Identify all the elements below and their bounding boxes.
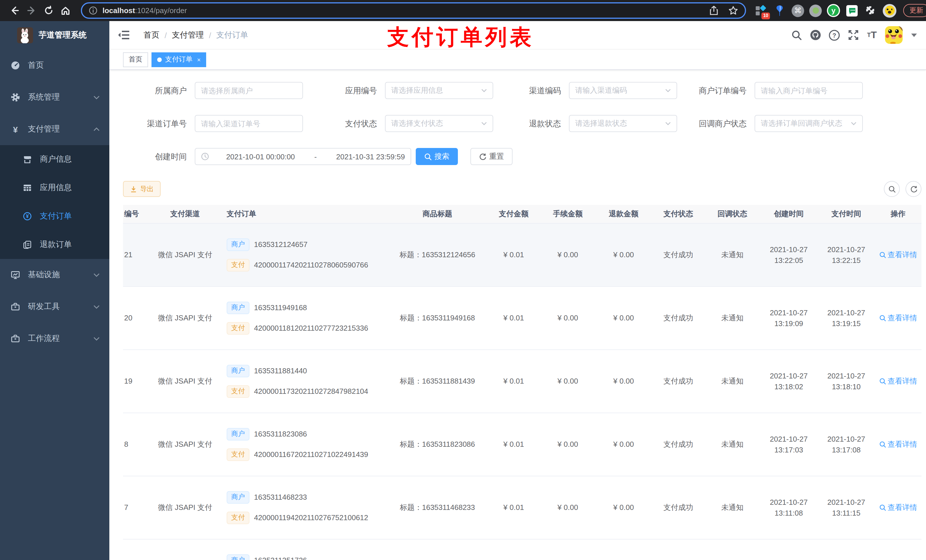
fullscreen-icon[interactable]: [847, 29, 859, 41]
cell-status: 支付成功: [652, 413, 705, 476]
tab-active-dot: [157, 57, 162, 62]
tab-close-icon[interactable]: ×: [197, 56, 201, 63]
view-detail-link[interactable]: 查看详情: [879, 376, 917, 386]
pay-order-no: 4200001167202110271022491439: [254, 450, 368, 459]
cell-notify: 未通知: [705, 476, 760, 539]
cell-no: 8: [123, 413, 148, 476]
sidebar-item-infrastructure[interactable]: 基础设施: [0, 259, 109, 291]
filter-label: 应用编号: [336, 82, 377, 99]
show-search-circle-button[interactable]: [884, 181, 900, 197]
channel-order-no-input[interactable]: [195, 115, 303, 132]
extension-record-icon[interactable]: [809, 4, 822, 17]
cell-order: 商户1635311881440 支付4200001173202110272847…: [222, 349, 387, 413]
sidebar-item-app-info[interactable]: 应用信息: [0, 174, 109, 202]
sidebar-item-dev-tools[interactable]: 研发工具: [0, 291, 109, 323]
merchant-order-no-input[interactable]: [755, 82, 863, 99]
date-end: 2021-10-31 23:59:59: [336, 152, 405, 161]
order-table-body: 21 微信 JSAPI 支付 商户1635312124657 支付4200001…: [123, 223, 921, 560]
sidebar-item-pay-order[interactable]: ¥ 支付订单: [0, 202, 109, 231]
forward-icon[interactable]: [23, 2, 40, 19]
app-id-select[interactable]: 请选择应用信息: [385, 82, 493, 99]
sidebar-item-payment[interactable]: ¥ 支付管理: [0, 113, 109, 145]
chevron-down-icon: [94, 337, 100, 341]
sidebar-item-home[interactable]: 首页: [0, 50, 109, 82]
cell-refund: ¥ 0.00: [596, 413, 652, 476]
app-logo-row[interactable]: 芋道管理系统: [0, 21, 109, 50]
date-start: 2021-10-01 00:00:00: [226, 152, 295, 161]
extension-y-icon[interactable]: y: [827, 4, 840, 17]
avatar-caret-icon[interactable]: [911, 33, 917, 37]
pay-order-icon: ¥: [23, 212, 32, 221]
breadcrumb-payment[interactable]: 支付管理: [172, 30, 204, 40]
extension-chat-icon[interactable]: [845, 4, 859, 17]
sidebar-item-refund-order[interactable]: 退款订单: [0, 231, 109, 259]
merchant-order-no: 1635311823086: [254, 430, 307, 438]
page-title-annotation: 支付订单列表: [387, 23, 534, 52]
sidebar-item-system[interactable]: 系统管理: [0, 82, 109, 113]
cell-action: 查看详情: [875, 413, 921, 476]
col-header: 支付订单: [222, 205, 387, 223]
cell-order: 商户1635311823086 支付4200001167202110271022…: [222, 413, 387, 476]
create-time-range-picker[interactable]: 2021-10-01 00:00:00 - 2021-10-31 23:59:5…: [195, 148, 411, 165]
tab-pay-order[interactable]: 支付订单 ×: [151, 52, 206, 67]
extensions-puzzle-icon[interactable]: [864, 4, 878, 17]
avatar[interactable]: [885, 26, 903, 44]
view-detail-link[interactable]: 查看详情: [879, 313, 917, 323]
cell-fee: ¥ 0.00: [540, 476, 596, 539]
profile-emoji-icon[interactable]: [883, 4, 896, 17]
pay-tag: 支付: [227, 259, 250, 271]
extension-balloon-icon[interactable]: [773, 4, 787, 17]
sidebar-item-workflow[interactable]: 工作流程: [0, 323, 109, 355]
monitor-icon: [11, 270, 20, 279]
cell-order: 商户1635311949168 支付4200001181202110277723…: [222, 286, 387, 349]
breadcrumb-home[interactable]: 首页: [144, 30, 159, 40]
url-path: :1024/pay/order: [135, 6, 187, 15]
refresh-circle-button[interactable]: [905, 181, 921, 197]
hamburger-icon[interactable]: [117, 29, 130, 41]
reload-icon[interactable]: [40, 2, 57, 19]
notify-status-select[interactable]: 请选择订单回调商户状态: [755, 115, 863, 132]
cell-paid: [818, 539, 875, 560]
extensions-row: 10 ⌘ y: [754, 4, 896, 17]
navbar: 首页 / 支付管理 / 支付订单 支付订单列表 ?: [109, 21, 926, 50]
chevron-down-icon: [481, 122, 487, 125]
sidebar-item-label: 支付订单: [40, 211, 72, 221]
search-button[interactable]: 搜索: [416, 148, 458, 165]
cell-created: [760, 539, 818, 560]
cell-no: [123, 539, 148, 560]
github-icon[interactable]: [810, 29, 821, 41]
pay-status-select[interactable]: 请选择支付状态: [385, 115, 493, 132]
help-icon[interactable]: ?: [829, 29, 840, 41]
site-info-icon[interactable]: [89, 6, 97, 15]
merchant-input[interactable]: [195, 82, 303, 99]
extension-command-icon[interactable]: ⌘: [791, 4, 804, 17]
font-size-icon[interactable]: TT: [866, 29, 878, 41]
cell-notify: 未通知: [705, 223, 760, 286]
filter-label: 创建时间: [123, 148, 187, 165]
tab-home[interactable]: 首页: [123, 52, 148, 67]
reset-button[interactable]: 重置: [471, 148, 513, 165]
gear-icon: [11, 93, 20, 102]
cell-created: 2021-10-2713:18:02: [760, 349, 818, 413]
back-icon[interactable]: [6, 2, 23, 19]
view-detail-link[interactable]: 查看详情: [879, 249, 917, 260]
update-button[interactable]: 更新: [903, 4, 926, 17]
extension-blocks-icon[interactable]: 10: [754, 4, 768, 17]
export-button[interactable]: 导出: [123, 181, 160, 197]
sidebar-item-merchant-info[interactable]: 商户信息: [0, 145, 109, 174]
toolbox-icon: [11, 302, 20, 311]
view-detail-link[interactable]: 查看详情: [879, 502, 917, 512]
refund-status-select[interactable]: 请选择退款状态: [569, 115, 677, 132]
header-search-icon[interactable]: [791, 29, 802, 41]
cell-action: 查看详情: [875, 349, 921, 413]
filter-label: 所属商户: [123, 82, 187, 99]
home-icon[interactable]: [57, 2, 74, 19]
bookmark-star-icon[interactable]: [728, 6, 738, 15]
col-header: 创建时间: [760, 205, 818, 223]
share-icon[interactable]: [710, 6, 718, 15]
view-detail-link[interactable]: 查看详情: [879, 439, 917, 449]
channel-code-select[interactable]: 请输入渠道编码: [569, 82, 677, 99]
cell-title: [387, 539, 487, 560]
address-bar[interactable]: localhost:1024/pay/order: [81, 2, 746, 19]
cell-action: 查看详情: [875, 286, 921, 349]
